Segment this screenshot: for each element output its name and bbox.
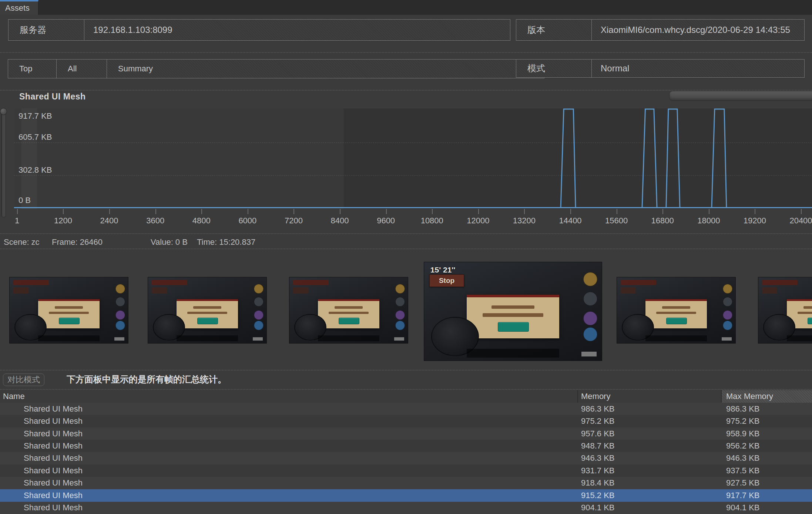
table-cell-max: 927.5 KB	[726, 478, 760, 488]
compare-hint-text: 下方面板中显示的是所有帧的汇总统计。	[67, 372, 227, 387]
table-cell-mem: 918.4 KB	[581, 478, 615, 488]
chart-x-ticks	[14, 209, 812, 215]
skill-icon	[723, 284, 732, 294]
chart-x-tick-label: 1200	[54, 216, 72, 226]
column-header-max-memory[interactable]: Max Memory	[722, 390, 812, 403]
hud-healthbar	[621, 280, 656, 285]
table-cell-max: 937.5 KB	[726, 466, 760, 476]
chart-x-tick-mark	[386, 209, 387, 214]
separator	[0, 90, 812, 91]
table-cell-name: Shared UI Mesh	[24, 466, 83, 476]
screenshot-thumbnail-5[interactable]	[617, 277, 736, 344]
status-value: Value: 0 B	[151, 236, 188, 248]
version-value: XiaomiMI6/com.whcy.dscg/2020-06-29 14:43…	[591, 19, 805, 41]
mode-label: 模式	[516, 59, 592, 78]
memory-chart-plot[interactable]: 917.7 KB605.7 KB302.8 KB0 B	[14, 108, 812, 209]
table-cell-name: Shared UI Mesh	[24, 404, 83, 414]
view-tab-label: Summary	[118, 64, 153, 74]
table-row[interactable]: Shared UI Mesh946.3 KB946.3 KB	[0, 452, 812, 464]
table-cell-max: 956.2 KB	[726, 441, 760, 451]
chart-x-tick-label: 6000	[238, 216, 256, 226]
chart-horizontal-scrollbar[interactable]	[669, 91, 812, 101]
chart-x-tick-label: 15600	[605, 216, 628, 226]
chart-x-tick-mark	[293, 209, 294, 214]
skill-icon	[254, 321, 264, 330]
view-tab-top[interactable]: Top	[8, 59, 57, 78]
table-row[interactable]: Shared UI Mesh948.7 KB956.2 KB	[0, 440, 812, 452]
server-input[interactable]: 192.168.1.103:8099	[84, 19, 510, 41]
hud-map-chip	[293, 287, 309, 294]
debug-stats-chip	[722, 337, 732, 341]
mode-select[interactable]: Normal	[591, 59, 805, 78]
skill-icon	[583, 311, 597, 325]
screenshot-thumbnail-6[interactable]	[758, 277, 812, 344]
skill-icon	[395, 321, 405, 330]
chat-bar	[645, 335, 707, 341]
chart-x-tick-mark	[248, 209, 248, 214]
hud-map-chip	[762, 287, 778, 294]
chat-bar	[787, 335, 812, 341]
table-row[interactable]: Shared UI Mesh915.2 KB917.7 KB	[0, 489, 812, 501]
dialog-text-line	[656, 312, 697, 314]
compare-mode-button[interactable]: 对比模式	[3, 373, 44, 386]
table-row[interactable]: Shared UI Mesh957.6 KB958.9 KB	[0, 427, 812, 440]
view-tab-label: Top	[19, 64, 32, 74]
hud-healthbar	[152, 280, 187, 285]
table-cell-mem: 904.1 KB	[581, 503, 615, 513]
skill-icon	[115, 321, 125, 330]
dialog-text-line	[329, 312, 369, 314]
mode-value-text: Normal	[601, 63, 629, 74]
screenshot-thumbnail-2[interactable]	[148, 277, 267, 344]
chart-x-tick-mark	[340, 209, 340, 214]
column-divider[interactable]	[577, 390, 578, 403]
dialog-text-line	[49, 312, 89, 314]
chart-x-tick-label: 20400	[789, 216, 812, 226]
screenshot-thumbnail-3[interactable]	[289, 277, 408, 344]
chart-vertical-slider-track[interactable]	[1, 111, 6, 217]
chart-x-tick-label: 19200	[744, 216, 766, 226]
table-header: Name Memory Max Memory	[0, 390, 812, 403]
memory-chart-svg	[14, 108, 812, 209]
dialog-text-line	[491, 305, 534, 309]
status-frame: Frame: 26460	[52, 236, 103, 248]
version-label: 版本	[516, 19, 592, 41]
chart-x-tick-label: 14400	[559, 216, 581, 226]
status-time: Time: 15:20.837	[197, 236, 255, 248]
skill-icon	[115, 284, 125, 294]
hud-healthbar	[13, 280, 49, 285]
table-cell-mem: 915.2 KB	[581, 491, 615, 500]
view-tab-all[interactable]: All	[56, 59, 107, 78]
table-row[interactable]: Shared UI Mesh986.3 KB986.3 KB	[0, 403, 812, 415]
chart-x-tick-label: 16800	[651, 216, 674, 226]
column-header-name[interactable]: Name	[3, 392, 25, 401]
screenshot-thumbnail-4[interactable]: 15' 21''Stop	[424, 262, 602, 361]
dialog-confirm-button	[339, 318, 359, 324]
chat-bar	[38, 335, 100, 341]
chart-y-tick-label: 0 B	[19, 196, 31, 205]
column-header-memory[interactable]: Memory	[581, 392, 610, 401]
dialog-text-line	[662, 306, 691, 308]
table-row[interactable]: Shared UI Mesh918.4 KB927.5 KB	[0, 477, 812, 489]
table-body: Shared UI Mesh986.3 KB986.3 KBShared UI …	[0, 403, 812, 514]
chart-vertical-slider-knob[interactable]	[0, 108, 7, 115]
separator	[0, 389, 812, 390]
table-cell-mem: 986.3 KB	[581, 404, 615, 414]
tab-assets[interactable]: Assets	[0, 0, 38, 15]
table-row[interactable]: Shared UI Mesh931.7 KB937.5 KB	[0, 464, 812, 477]
separator	[0, 233, 812, 234]
screenshot-thumbnail-1[interactable]	[9, 277, 128, 344]
table-cell-mem: 948.7 KB	[581, 441, 615, 451]
chart-title: Shared UI Mesh	[19, 92, 86, 102]
chart-y-tick-label: 917.7 KB	[19, 111, 52, 121]
debug-stats-chip	[253, 337, 263, 341]
stop-recording-button[interactable]: Stop	[429, 274, 464, 287]
table-cell-name: Shared UI Mesh	[24, 491, 83, 500]
table-row[interactable]: Shared UI Mesh975.2 KB975.2 KB	[0, 415, 812, 427]
status-scene: Scene: zc	[4, 236, 40, 248]
dialog-text-line	[335, 306, 363, 308]
chart-x-tick-mark	[432, 209, 433, 214]
skill-icon	[395, 297, 405, 307]
table-row[interactable]: Shared UI Mesh904.1 KB904.1 KB	[0, 502, 812, 514]
view-tab-summary[interactable]: Summary	[107, 59, 544, 78]
chart-x-tick-mark	[755, 209, 755, 214]
